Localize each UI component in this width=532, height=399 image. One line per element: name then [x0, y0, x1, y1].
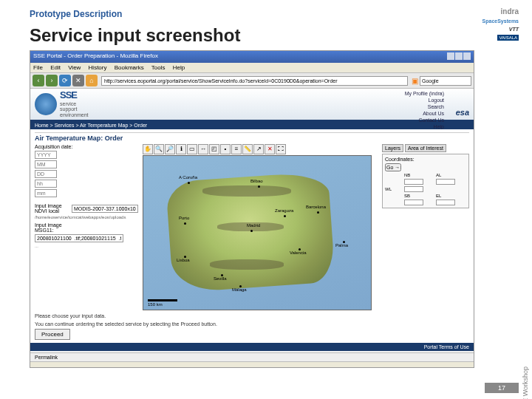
tab-layers[interactable]: Layers	[382, 144, 403, 152]
acq-date-label: Acquisition date:	[35, 144, 78, 149]
ndvi-path: /home/eoservice/tomcat/webapps/eos/uploa…	[35, 215, 138, 219]
msg-value[interactable]	[35, 234, 123, 242]
ndvi-label: Input image NDVI local	[35, 203, 70, 214]
maximize-icon[interactable]	[455, 52, 463, 60]
menu-bookmarks[interactable]: Bookmarks	[115, 64, 144, 71]
tool-box-icon[interactable]: ◰	[209, 144, 219, 154]
tool-zoomin-icon[interactable]: 🔍	[154, 144, 164, 154]
browser-navbar: ‹ › ⟳ ✕ ⌂ http://services.eoportal.org/p…	[30, 73, 474, 89]
tool-full-icon[interactable]: ⛶	[276, 144, 286, 154]
city-madrid: Madrid	[247, 223, 260, 228]
portal-footer[interactable]: Portal Terms of Use	[30, 343, 474, 351]
link-search[interactable]: Search	[405, 103, 444, 110]
slide-category: Prototype Description	[30, 9, 122, 19]
msg-label: Input image MSG11:	[35, 222, 78, 233]
ndvi-value[interactable]	[72, 205, 138, 213]
tool-select-icon[interactable]: ▭	[187, 144, 197, 154]
esa-logo: esa	[456, 108, 469, 117]
proceed-button[interactable]: Proceed	[35, 329, 70, 340]
city-valencia: Valencia	[290, 250, 307, 255]
menu-tools[interactable]: Tools	[151, 64, 166, 71]
menu-view[interactable]: View	[68, 64, 81, 71]
city-sevilla: Sevilla	[214, 276, 227, 281]
link-contact[interactable]: Contact Us	[405, 117, 444, 123]
logo-spacesystems: SpaceSystems	[471, 18, 519, 24]
logo-indra: indra	[471, 7, 519, 16]
tool-measure-icon[interactable]: 📏	[242, 144, 253, 154]
permalink[interactable]: Permalink	[30, 352, 474, 361]
embedded-screenshot: SSE Portal - Order Preparation - Mozilla…	[30, 50, 474, 368]
city-coruna: A Coruña	[179, 175, 197, 180]
page-title: Air Temperature Map: Order	[35, 132, 469, 142]
url-bar[interactable]: http://services.eoportal.org/portal/serv…	[101, 76, 408, 86]
msg-path: ...	[35, 244, 138, 248]
acq-mm[interactable]	[35, 160, 57, 168]
city-malaga: Málaga	[232, 287, 247, 292]
city-palma: Palma	[335, 243, 348, 248]
sse-top-links: My Profile (indra) Logout Search About U…	[405, 90, 444, 131]
menu-history[interactable]: History	[89, 64, 107, 71]
tool-hand-icon[interactable]: ✋	[143, 144, 153, 154]
note-1: Please choose your input data.	[35, 313, 469, 318]
browser-titlebar: SSE Portal - Order Preparation - Mozilla…	[30, 51, 474, 63]
sse-logo-text: SSE service support environment	[60, 90, 89, 117]
coord-panel: Coordinates: Go → NBAL WL SBEL	[382, 154, 469, 208]
acq-yyyy[interactable]	[35, 151, 57, 159]
tool-info-icon[interactable]: ℹ	[176, 144, 186, 154]
tool-clear-icon[interactable]: ✕	[265, 144, 275, 154]
window-title: SSE Portal - Order Preparation - Mozilla…	[33, 52, 158, 61]
sse-banner: SSE service support environment My Profi…	[30, 89, 474, 121]
map-toolbar: ✋ 🔍 🔎 ℹ ▭ ↔ ◰ • ≡ 📏 ↗ ✕ ⛶	[143, 144, 378, 154]
link-profile[interactable]: My Profile (indra)	[405, 90, 444, 97]
link-logout[interactable]: Logout	[405, 97, 444, 103]
logo-vaisala: VAISALA	[497, 35, 519, 41]
city-lisboa: Lisboa	[177, 258, 190, 262]
close-icon[interactable]	[463, 52, 471, 60]
city-barcelona: Barcelona	[306, 205, 326, 209]
city-zaragoza: Zaragoza	[275, 208, 293, 213]
slide-title: Service input screenshot	[30, 25, 240, 46]
coord-al[interactable]	[436, 179, 455, 185]
menu-help[interactable]: Help	[173, 64, 185, 71]
menu-edit[interactable]: Edit	[50, 64, 61, 71]
acq-hh[interactable]	[35, 180, 57, 188]
page-number: 17	[485, 383, 519, 393]
stop-icon[interactable]: ✕	[72, 75, 84, 86]
coord-go-button[interactable]: Go →	[385, 163, 401, 171]
link-about[interactable]: About Us	[405, 110, 444, 117]
acq-min[interactable]	[35, 189, 57, 197]
acq-dd[interactable]	[35, 170, 57, 178]
note-2: You can continue ordering the selected s…	[35, 321, 469, 327]
browser-menubar[interactable]: File Edit View History Bookmarks Tools H…	[30, 63, 474, 73]
logo-vtt: VTT	[471, 27, 519, 32]
map-scale: 150 km	[148, 299, 177, 307]
map-viewer[interactable]: A Coruña Bilbao Madrid Zaragoza Barcelon…	[143, 155, 372, 310]
coord-title: Coordinates:	[385, 157, 466, 162]
coord-sb[interactable]	[404, 200, 423, 205]
reload-icon[interactable]: ⟳	[59, 75, 71, 86]
coord-nb[interactable]	[404, 179, 423, 185]
sponsor-logos: indra SpaceSystems VTT VAISALA	[471, 7, 519, 44]
city-porto: Porto	[179, 216, 189, 220]
tool-ruler-icon[interactable]: ↗	[253, 144, 264, 154]
coord-el[interactable]	[436, 200, 455, 205]
menu-file[interactable]: File	[33, 64, 43, 71]
coord-wl[interactable]	[404, 186, 423, 192]
browser-statusbar	[30, 361, 474, 367]
sse-logo-icon	[35, 93, 57, 115]
order-form: Acquisition date: Input image NDVI local…	[35, 144, 138, 310]
tab-aoi[interactable]: Area of Interest	[405, 144, 446, 152]
tool-zoomout-icon[interactable]: 🔎	[165, 144, 175, 154]
tool-point-icon[interactable]: •	[220, 144, 231, 154]
rss-icon[interactable]: ▣	[412, 77, 418, 85]
side-label: SSE Workshop	[522, 366, 529, 399]
browser-search[interactable]: Google	[420, 76, 471, 86]
minimize-icon[interactable]	[447, 52, 454, 60]
forward-icon[interactable]: ›	[46, 75, 58, 86]
home-icon[interactable]: ⌂	[86, 75, 98, 86]
tool-layers-icon[interactable]: ≡	[231, 144, 242, 154]
back-icon[interactable]: ‹	[33, 75, 44, 86]
tool-pan-icon[interactable]: ↔	[198, 144, 208, 154]
city-bilbao: Bilbao	[250, 179, 263, 183]
